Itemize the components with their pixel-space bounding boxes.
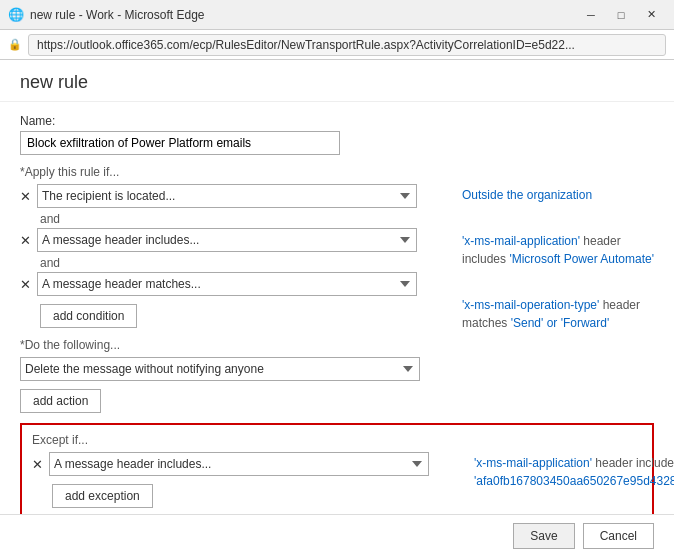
name-field-group: Name: [20,114,654,155]
conditions-area: ✕ The recipient is located... and ✕ A me… [20,184,654,413]
add-condition-button[interactable]: add condition [40,304,137,328]
main-content: new rule Name: *Apply this rule if... ✕ … [0,60,674,557]
conditions-right: Outside the organization 'x-ms-mail-appl… [450,184,654,413]
save-button[interactable]: Save [513,523,574,549]
lock-icon: 🔒 [8,38,22,51]
title-bar: 🌐 new rule - Work - Microsoft Edge ─ □ ✕ [0,0,674,30]
footer: Save Cancel [0,514,674,557]
condition-3-desc: 'x-ms-mail-operation-type' header matche… [462,296,654,332]
condition-3-link1[interactable]: 'x-ms-mail-operation-type' [462,298,599,312]
browser-icon: 🌐 [8,7,24,22]
form-area: Name: *Apply this rule if... ✕ The recip… [0,102,674,514]
exception-link1[interactable]: 'x-ms-mail-application' [474,456,592,470]
close-button[interactable]: ✕ [636,4,666,26]
action-row: Delete the message without notifying any… [20,357,450,381]
title-bar-controls: ─ □ ✕ [576,4,666,26]
url-text: https://outlook.office365.com/ecp/RulesE… [37,38,575,52]
url-bar[interactable]: https://outlook.office365.com/ecp/RulesE… [28,34,666,56]
condition-row-1: ✕ The recipient is located... [20,184,450,208]
minimize-button[interactable]: ─ [576,4,606,26]
cancel-button[interactable]: Cancel [583,523,654,549]
remove-condition-2-button[interactable]: ✕ [20,234,31,247]
name-label: Name: [20,114,654,128]
condition-3-link2[interactable]: 'Send' or 'Forward' [511,316,610,330]
and-label-2: and [40,256,450,270]
condition-2-link1[interactable]: 'x-ms-mail-application' [462,234,580,248]
condition-2-desc: 'x-ms-mail-application' header includes … [462,232,654,268]
add-exception-button[interactable]: add exception [52,484,153,508]
condition-row-3: ✕ A message header matches... [20,272,450,296]
exception-link2[interactable]: 'afa0fb167803450aa650267e95d43287' [474,474,674,488]
page-title: new rule [0,60,674,102]
except-section: Except if... ✕ A message header includes… [20,423,654,514]
condition-1-desc: Outside the organization [462,186,654,204]
condition-row-2: ✕ A message header includes... [20,228,450,252]
exception-dropdown[interactable]: A message header includes... [49,452,429,476]
title-bar-left: 🌐 new rule - Work - Microsoft Edge [8,7,205,22]
except-area: ✕ A message header includes... add excep… [32,452,642,508]
except-label: Except if... [32,433,642,447]
and-label-1: and [40,212,450,226]
remove-exception-button[interactable]: ✕ [32,458,43,471]
condition-1-dropdown[interactable]: The recipient is located... [37,184,417,208]
add-action-button[interactable]: add action [20,389,101,413]
except-left: ✕ A message header includes... add excep… [32,452,462,508]
condition-3-dropdown[interactable]: A message header matches... [37,272,417,296]
remove-condition-1-button[interactable]: ✕ [20,190,31,203]
condition-2-link2[interactable]: 'Microsoft Power Automate' [509,252,654,266]
exception-row: ✕ A message header includes... [32,452,462,476]
except-right: 'x-ms-mail-application' header includes … [462,452,674,508]
apply-rule-label: *Apply this rule if... [20,165,654,179]
remove-condition-3-button[interactable]: ✕ [20,278,31,291]
address-bar: 🔒 https://outlook.office365.com/ecp/Rule… [0,30,674,60]
maximize-button[interactable]: □ [606,4,636,26]
condition-2-dropdown[interactable]: A message header includes... [37,228,417,252]
window-title: new rule - Work - Microsoft Edge [30,8,205,22]
do-following-label: *Do the following... [20,338,450,352]
name-input[interactable] [20,131,340,155]
conditions-left: ✕ The recipient is located... and ✕ A me… [20,184,450,413]
exception-desc: 'x-ms-mail-application' header includes … [474,454,674,490]
exception-middle: header includes [592,456,674,470]
action-dropdown[interactable]: Delete the message without notifying any… [20,357,420,381]
condition-1-link[interactable]: Outside the organization [462,188,592,202]
action-section: *Do the following... Delete the message … [20,338,450,413]
